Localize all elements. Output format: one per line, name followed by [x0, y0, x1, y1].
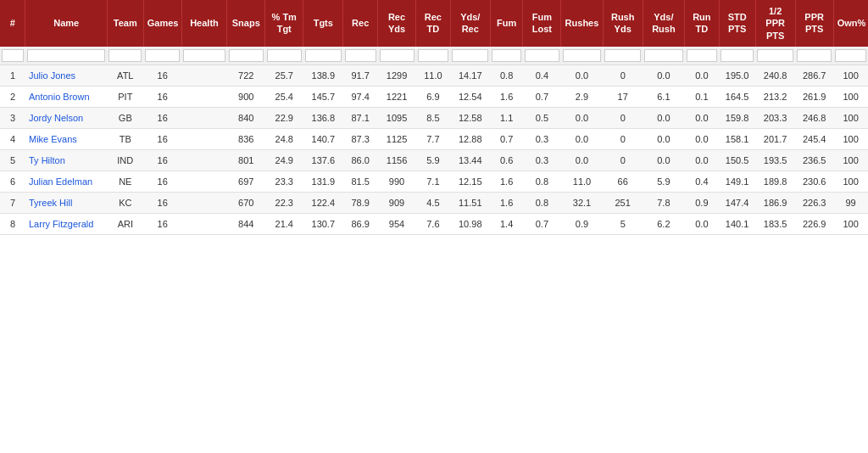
filter-run-td[interactable] — [687, 49, 718, 62]
cell-6: 23.3 — [265, 171, 303, 192]
cell-0: 8 — [0, 213, 25, 234]
cell-4 — [181, 213, 227, 234]
cell-14: 0.9 — [561, 213, 603, 234]
cell-9: 1221 — [378, 86, 416, 107]
filter-snaps[interactable] — [229, 49, 264, 62]
col-header-fum-lost[interactable]: Fum Lost — [523, 0, 561, 47]
cell-21: 100 — [833, 149, 868, 171]
col-header-rank[interactable]: # — [0, 0, 25, 47]
col-header-health[interactable]: Health — [181, 0, 227, 47]
filter-pct[interactable] — [267, 49, 302, 62]
cell-2: ATL — [107, 64, 143, 86]
filter-yds-rec[interactable] — [452, 49, 488, 62]
filter-rushes[interactable] — [563, 49, 601, 62]
cell-7: 138.9 — [303, 64, 343, 86]
table-row: 8Larry FitzgeraldARI1684421.4130.786.995… — [0, 213, 868, 234]
cell-5: 836 — [227, 128, 265, 149]
cell-6: 21.4 — [265, 213, 303, 234]
filter-name[interactable] — [27, 49, 105, 62]
filter-rec-td[interactable] — [418, 49, 449, 62]
filter-own[interactable] — [835, 49, 866, 62]
filter-std-pts[interactable] — [721, 49, 754, 62]
col-header-name[interactable]: Name — [25, 0, 107, 47]
cell-15: 251 — [603, 192, 643, 213]
col-header-tgts[interactable]: Tgts — [303, 0, 343, 47]
cell-13: 0.8 — [523, 192, 561, 213]
filter-rank[interactable] — [2, 49, 24, 62]
cell-19: 203.3 — [755, 107, 795, 128]
col-header-run-td[interactable]: Run TD — [685, 0, 720, 47]
cell-0: 3 — [0, 107, 25, 128]
cell-5: 844 — [227, 213, 265, 234]
cell-17: 0.0 — [685, 213, 720, 234]
player-name-link[interactable]: Julio Jones — [29, 70, 75, 81]
cell-1: Julian Edelman — [25, 171, 107, 192]
player-name-link[interactable]: Larry Fitzgerald — [29, 219, 93, 229]
player-name-link[interactable]: Ty Hilton — [29, 155, 65, 165]
cell-0: 4 — [0, 128, 25, 149]
col-header-own-pct[interactable]: Own% — [833, 0, 868, 47]
player-name-link[interactable]: Julian Edelman — [29, 176, 92, 187]
cell-10: 7.1 — [416, 171, 451, 192]
filter-fum[interactable] — [492, 49, 521, 62]
cell-12: 1.6 — [490, 86, 523, 107]
filter-half-ppr[interactable] — [757, 49, 793, 62]
player-name-link[interactable]: Tyreek Hill — [29, 198, 72, 208]
cell-21: 100 — [833, 171, 868, 192]
filter-team[interactable] — [108, 49, 142, 62]
col-header-half-ppr-pts[interactable]: 1/2 PPR PTS — [755, 0, 795, 47]
cell-5: 670 — [227, 192, 265, 213]
cell-19: 186.9 — [755, 192, 795, 213]
cell-3: 16 — [143, 213, 181, 234]
cell-10: 4.5 — [416, 192, 451, 213]
cell-12: 1.6 — [490, 192, 523, 213]
filter-rec-yds[interactable] — [380, 49, 415, 62]
col-header-std-pts[interactable]: STD PTS — [719, 0, 755, 47]
cell-3: 16 — [143, 86, 181, 107]
cell-7: 131.9 — [303, 171, 343, 192]
cell-10: 8.5 — [416, 107, 451, 128]
cell-5: 840 — [227, 107, 265, 128]
cell-14: 0.0 — [561, 149, 603, 171]
filter-yds-rush[interactable] — [644, 49, 682, 62]
filter-games[interactable] — [145, 49, 180, 62]
cell-20: 246.8 — [795, 107, 833, 128]
cell-12: 0.6 — [490, 149, 523, 171]
col-header-rec-td[interactable]: Rec TD — [416, 0, 451, 47]
col-header-fum[interactable]: Fum — [490, 0, 523, 47]
cell-21: 99 — [833, 192, 868, 213]
cell-6: 24.9 — [265, 149, 303, 171]
col-header-pct-tm-tgt[interactable]: % Tm Tgt — [265, 0, 303, 47]
filter-rec[interactable] — [345, 49, 376, 62]
filter-rush-yds[interactable] — [604, 49, 641, 62]
cell-20: 236.5 — [795, 149, 833, 171]
player-name-link[interactable]: Mike Evans — [29, 134, 77, 144]
cell-10: 5.9 — [416, 149, 451, 171]
table-row: 4Mike EvansTB1683624.8140.787.311257.712… — [0, 128, 868, 149]
filter-fum-lost[interactable] — [525, 49, 559, 62]
col-header-rushes[interactable]: Rushes — [561, 0, 603, 47]
col-header-rec-yds[interactable]: Rec Yds — [378, 0, 416, 47]
cell-3: 16 — [143, 64, 181, 86]
player-name-link[interactable]: Jordy Nelson — [29, 113, 83, 123]
col-header-rush-yds[interactable]: Rush Yds — [603, 0, 643, 47]
cell-20: 245.4 — [795, 128, 833, 149]
col-header-team[interactable]: Team — [107, 0, 143, 47]
cell-4 — [181, 192, 227, 213]
filter-health[interactable] — [183, 49, 225, 62]
col-header-snaps[interactable]: Snaps — [227, 0, 265, 47]
filter-ppr-pts[interactable] — [797, 49, 832, 62]
player-name-link[interactable]: Antonio Brown — [29, 92, 90, 102]
col-header-yds-rush[interactable]: Yds/ Rush — [643, 0, 684, 47]
cell-10: 7.7 — [416, 128, 451, 149]
filter-tgts[interactable] — [305, 49, 342, 62]
cell-3: 16 — [143, 192, 181, 213]
cell-16: 7.8 — [643, 192, 684, 213]
col-header-yds-rec[interactable]: Yds/ Rec — [450, 0, 490, 47]
cell-2: NE — [107, 171, 143, 192]
cell-2: ARI — [107, 213, 143, 234]
col-header-games[interactable]: Games — [143, 0, 181, 47]
col-header-ppr-pts[interactable]: PPR PTS — [795, 0, 833, 47]
col-header-rec[interactable]: Rec — [343, 0, 378, 47]
cell-20: 226.9 — [795, 213, 833, 234]
